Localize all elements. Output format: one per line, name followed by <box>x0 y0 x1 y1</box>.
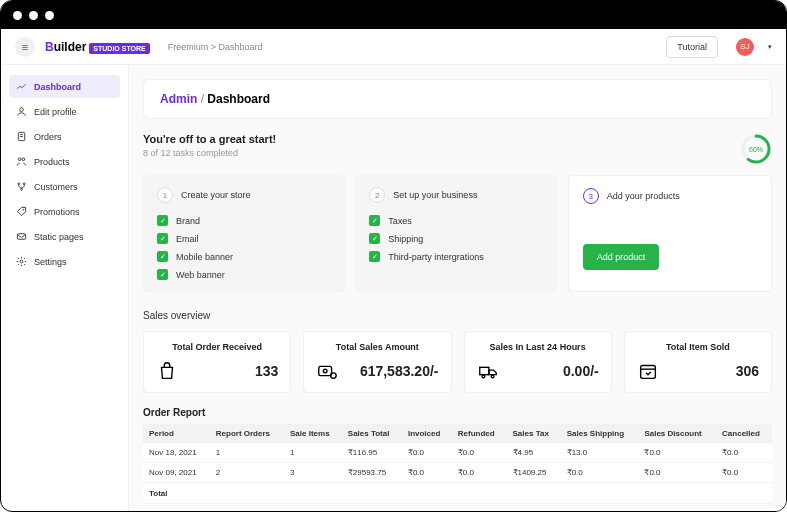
check-item: ✓Brand <box>157 215 331 226</box>
avatar[interactable]: SJ <box>736 38 754 56</box>
card-title: Create your store <box>181 190 251 200</box>
svg-point-15 <box>324 369 328 373</box>
svg-rect-17 <box>479 367 488 374</box>
svg-point-11 <box>20 260 23 263</box>
check-icon: ✓ <box>369 251 380 262</box>
sidebar-item-edit-profile[interactable]: Edit profile <box>9 100 120 123</box>
setup-card-business: 2 Set up your business ✓Taxes ✓Shipping … <box>355 175 557 292</box>
sidebar-item-orders[interactable]: Orders <box>9 125 120 148</box>
window-dot <box>45 11 54 20</box>
setup-card-create-store: 1 Create your store ✓Brand ✓Email ✓Mobil… <box>143 175 345 292</box>
gear-icon <box>16 256 27 267</box>
table-row: Nov 18, 202111₹116.95₹0.0₹0.0₹4.95₹13.0₹… <box>143 443 772 463</box>
sidebar: Dashboard Edit profile Orders Products <box>1 65 129 511</box>
tasks-header: You're off to a great start! 8 of 12 tas… <box>143 133 772 165</box>
sidebar-item-label: Static pages <box>34 232 84 242</box>
money-icon <box>316 360 338 382</box>
window-dot <box>13 11 22 20</box>
svg-rect-14 <box>319 366 332 375</box>
sidebar-item-static-pages[interactable]: Static pages <box>9 225 120 248</box>
check-icon: ✓ <box>157 215 168 226</box>
svg-point-8 <box>21 188 23 190</box>
tutorial-button[interactable]: Tutorial <box>666 36 718 58</box>
stat-items-sold: Total Item Sold 306 <box>624 331 772 393</box>
sidebar-item-label: Dashboard <box>34 82 81 92</box>
order-report-table: PeriodReport OrdersSale ItemsSales Total… <box>143 424 772 504</box>
check-icon: ✓ <box>157 233 168 244</box>
content: Admin / Dashboard You're off to a great … <box>129 65 786 511</box>
svg-point-9 <box>23 209 24 210</box>
truck-icon <box>477 360 499 382</box>
sidebar-item-products[interactable]: Products <box>9 150 120 173</box>
sidebar-item-label: Customers <box>34 182 78 192</box>
window-titlebar <box>1 1 786 29</box>
tasks-subtitle: 8 of 12 tasks completed <box>143 148 276 158</box>
table-total-row: Total <box>143 483 772 504</box>
step-number: 3 <box>583 188 599 204</box>
svg-point-5 <box>22 158 25 161</box>
check-item: ✓Taxes <box>369 215 543 226</box>
window-dot <box>29 11 38 20</box>
chevron-down-icon[interactable]: ▾ <box>768 43 772 51</box>
branch-icon <box>16 181 27 192</box>
svg-rect-20 <box>640 366 655 379</box>
svg-point-18 <box>482 375 485 378</box>
add-product-button[interactable]: Add product <box>583 244 660 270</box>
mail-icon <box>16 231 27 242</box>
check-icon: ✓ <box>157 269 168 280</box>
page-title: Admin / Dashboard <box>160 92 755 106</box>
doc-icon <box>16 131 27 142</box>
sidebar-item-dashboard[interactable]: Dashboard <box>9 75 120 98</box>
bag-icon <box>156 360 178 382</box>
svg-rect-10 <box>17 234 25 240</box>
box-icon <box>637 360 659 382</box>
chart-icon <box>16 81 27 92</box>
check-item: ✓Email <box>157 233 331 244</box>
sales-overview-title: Sales overview <box>143 310 772 321</box>
step-number: 1 <box>157 187 173 203</box>
setup-card-products: 3 Add your products Add product <box>568 175 772 292</box>
table-row: Nov 09, 202123₹29593.75₹0.0₹0.0₹1409.25₹… <box>143 463 772 483</box>
stat-total-orders: Total Order Received 133 <box>143 331 291 393</box>
order-report-title: Order Report <box>143 407 772 418</box>
stat-total-sales: Total Sales Amount 617,583.20/- <box>303 331 451 393</box>
check-item: ✓Third-party intergrations <box>369 251 543 262</box>
family-icon <box>16 156 27 167</box>
sidebar-item-label: Products <box>34 157 70 167</box>
topbar: ≡ BuilderSTUDIO STORE Freemium > Dashboa… <box>1 29 786 65</box>
sidebar-item-label: Promotions <box>34 207 80 217</box>
sidebar-item-label: Edit profile <box>34 107 77 117</box>
svg-point-4 <box>18 158 21 161</box>
card-title: Set up your business <box>393 190 477 200</box>
tasks-title: You're off to a great start! <box>143 133 276 145</box>
breadcrumb: Freemium > Dashboard <box>168 42 263 52</box>
check-item: ✓Web banner <box>157 269 331 280</box>
svg-point-7 <box>23 183 25 185</box>
progress-ring: 60% <box>740 133 772 165</box>
sidebar-item-settings[interactable]: Settings <box>9 250 120 273</box>
tag-icon <box>16 206 27 217</box>
sidebar-item-label: Orders <box>34 132 62 142</box>
check-item: ✓Shipping <box>369 233 543 244</box>
user-icon <box>16 106 27 117</box>
svg-point-6 <box>18 183 20 185</box>
check-icon: ✓ <box>369 233 380 244</box>
card-title: Add your products <box>607 191 680 201</box>
sidebar-item-label: Settings <box>34 257 67 267</box>
sidebar-item-customers[interactable]: Customers <box>9 175 120 198</box>
svg-point-0 <box>20 108 24 112</box>
check-item: ✓Mobile banner <box>157 251 331 262</box>
table-header-row: PeriodReport OrdersSale ItemsSales Total… <box>143 424 772 443</box>
stat-sales-24h: Sales In Last 24 Hours 0.00/- <box>464 331 612 393</box>
svg-point-19 <box>491 375 494 378</box>
logo: BuilderSTUDIO STORE <box>45 40 150 54</box>
page-header: Admin / Dashboard <box>143 79 772 119</box>
sidebar-item-promotions[interactable]: Promotions <box>9 200 120 223</box>
check-icon: ✓ <box>369 215 380 226</box>
step-number: 2 <box>369 187 385 203</box>
menu-button[interactable]: ≡ <box>15 37 35 57</box>
check-icon: ✓ <box>157 251 168 262</box>
